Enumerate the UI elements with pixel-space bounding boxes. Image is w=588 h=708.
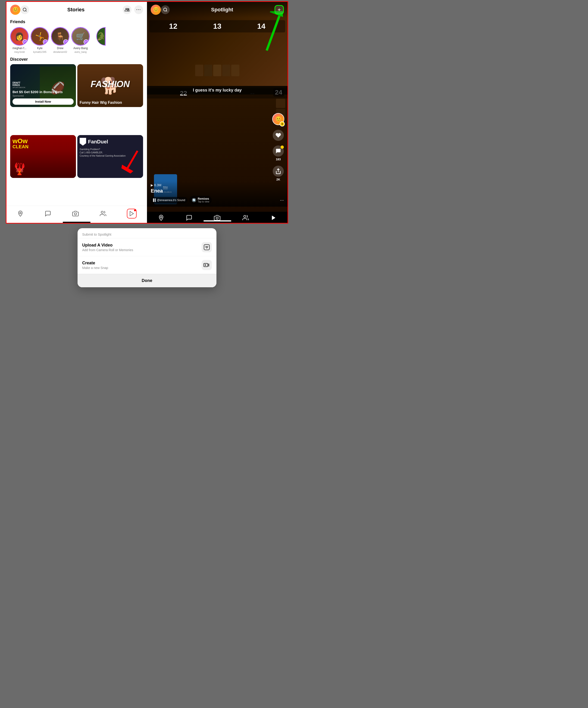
more-options-button[interactable]: ··· (280, 197, 284, 203)
svg-point-16 (244, 215, 246, 217)
add-friend-badge: +1 (43, 39, 48, 45)
like-button[interactable] (273, 130, 284, 141)
friend-username: kymatt12345 (33, 51, 46, 53)
svg-marker-9 (130, 211, 133, 216)
add-friend-badge: +1 (63, 39, 68, 45)
discover-card-draftkings[interactable]: 🏈 DRAFT KINGS SPORTSBOOK Bet $5 Get $200… (10, 64, 76, 107)
home-indicator-right (204, 220, 231, 222)
create-icon (202, 260, 212, 270)
friend-username: avery_bang (74, 51, 87, 53)
notification-dot (281, 146, 284, 149)
nav-friends-right[interactable] (242, 214, 249, 221)
play-count: ▶ 6.3M (151, 183, 284, 187)
stories-header: 😊 Stories (6, 2, 147, 18)
create-snap-item[interactable]: Create Make a new Snap (78, 256, 216, 274)
creator-avatar[interactable]: 😊 + (272, 113, 284, 125)
add-friend-badge: +1 (84, 39, 89, 45)
comment-count: 183 (276, 157, 281, 161)
svg-point-7 (74, 213, 76, 215)
share-button[interactable]: 2K (273, 166, 284, 181)
discover-card-fashion[interactable]: 🐕 FASHION Funny Hair Wig Fashion (77, 64, 143, 107)
menu-header: Submit to Spotlight (78, 228, 216, 238)
bottom-nav-right (147, 212, 287, 223)
sound-chip[interactable]: @eneaenea.b's Sound (151, 197, 187, 203)
user-avatar-right[interactable]: 😊 (151, 5, 161, 15)
nav-camera[interactable] (72, 210, 79, 217)
action-buttons: 😊 + (272, 113, 284, 181)
friend-item[interactable]: 🛒 +1 Avery Bang avery_bang (71, 27, 90, 53)
svg-point-12 (164, 8, 167, 11)
nav-spotlight-right[interactable] (271, 215, 277, 221)
discover-card-fanduel[interactable]: FanDuel Gambling Problem? Call 1-800-GAM… (77, 135, 143, 178)
fanduel-brand: FanDuel (88, 139, 108, 145)
submit-spotlight-button[interactable]: + (275, 5, 284, 14)
nav-camera-right[interactable] (214, 214, 220, 221)
remixes-label: Remixes (198, 197, 209, 200)
svg-point-0 (23, 8, 26, 11)
spotlight-video: 12 13 14 (147, 2, 287, 223)
page-title: Stories (29, 7, 123, 13)
user-avatar[interactable]: 😊 (10, 5, 20, 15)
svg-point-19 (206, 246, 208, 248)
nav-chat[interactable] (44, 210, 52, 217)
left-phone: 😊 Stories (6, 2, 147, 223)
friends-row: 👩 +1 meghan f... meg.fordd 🤸 +1 Kyle kym… (6, 25, 147, 55)
friend-item[interactable]: 👩 +1 meghan f... meg.fordd (10, 27, 29, 53)
nav-friends[interactable] (99, 210, 107, 217)
svg-line-11 (267, 16, 279, 51)
friend-username: drewlarsen02 (53, 51, 67, 53)
remixes-sub: Tap to view (198, 200, 209, 203)
notification-dot (134, 209, 136, 211)
upload-video-icon (202, 242, 212, 252)
remixes-chip[interactable]: 🔄 Remixes Tap to view (189, 196, 212, 204)
friend-item[interactable]: 🐊 (92, 27, 110, 53)
friend-name: meghan f... (12, 47, 26, 50)
done-button[interactable]: Done (78, 274, 216, 287)
nav-map-right[interactable] (158, 214, 164, 221)
comment-button[interactable]: 183 (273, 146, 284, 161)
bottom-nav-left (6, 206, 147, 220)
svg-line-1 (26, 11, 27, 11)
creator-name: Enea (151, 188, 284, 194)
nav-spotlight-active[interactable] (127, 209, 136, 218)
svg-point-15 (216, 217, 218, 219)
friend-item[interactable]: 🪑 +1 Drew drewlarsen02 (51, 27, 69, 53)
home-indicator (63, 222, 91, 223)
add-friend-button[interactable] (123, 5, 131, 14)
create-title: Create (82, 261, 202, 266)
header-icons: ··· (123, 5, 143, 14)
vend-num-12: 12 (169, 22, 177, 31)
friend-item[interactable]: 🤸 +1 Kyle kymatt12345 (31, 27, 49, 53)
share-count: 2K (276, 178, 280, 181)
search-button-right[interactable] (161, 5, 170, 14)
bottom-section: Submit to Spotlight Upload A Video Add f… (0, 224, 294, 292)
right-phone: 12 13 14 (147, 2, 287, 223)
friend-name: Drew (57, 47, 63, 50)
spotlight-info: ▶ 6.3M Enea @eneaenea.b's Sound 🔄 (147, 181, 287, 207)
discover-card-wow[interactable]: wOw CLEAN 🦞 (10, 135, 76, 178)
fashion-subtitle: Funny Hair Wig Fashion (80, 100, 141, 105)
pause-icon (153, 198, 156, 202)
dk-sponsored: Sponsored (12, 94, 73, 97)
lucky-day-caption: I guess it's my lucky day (193, 88, 242, 92)
follow-button[interactable]: + (280, 121, 285, 126)
sound-bar: @eneaenea.b's Sound 🔄 Remixes Tap to vie… (151, 196, 284, 204)
friends-section-label: Friends (6, 18, 147, 25)
discover-grid: 🏈 DRAFT KINGS SPORTSBOOK Bet $5 Get $200… (6, 63, 147, 206)
nav-map[interactable] (17, 210, 24, 217)
more-options-button[interactable]: ··· (134, 5, 143, 14)
svg-point-6 (20, 212, 21, 214)
spotlight-title: Spotlight (170, 7, 275, 13)
svg-line-5 (128, 151, 138, 168)
discover-section-label: Discover (6, 55, 147, 63)
nav-chat-right[interactable] (186, 214, 192, 221)
upload-video-item[interactable]: Upload A Video Add from Camera Roll or M… (78, 238, 216, 256)
add-friend-badge: +1 (23, 39, 28, 45)
friend-username: meg.fordd (14, 51, 25, 53)
svg-point-8 (101, 211, 103, 213)
sound-label: @eneaenea.b's Sound (157, 199, 185, 202)
svg-line-13 (166, 11, 167, 11)
search-button[interactable] (20, 5, 29, 14)
install-now-button[interactable]: Install Now (12, 98, 73, 105)
upload-video-title: Upload A Video (82, 243, 202, 248)
